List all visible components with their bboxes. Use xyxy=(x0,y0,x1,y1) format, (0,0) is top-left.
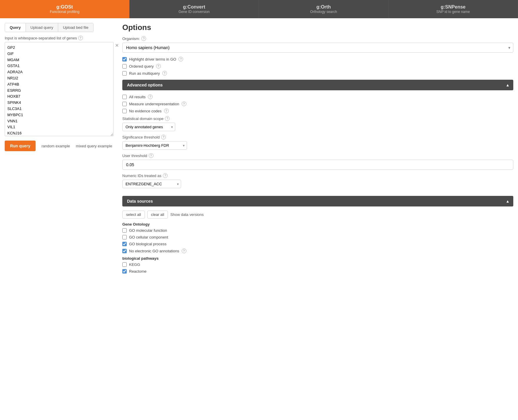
all-results-row: All results ? xyxy=(122,94,513,99)
organism-help-icon[interactable]: ? xyxy=(141,36,146,41)
run-query-button[interactable]: Run query xyxy=(5,141,36,151)
kegg-row: KEGG xyxy=(122,262,513,267)
highlight-driver-checkbox[interactable] xyxy=(122,57,127,61)
highlight-driver-row: Highlight driver terms in GO ? xyxy=(122,57,513,61)
options-title: Options xyxy=(122,23,513,32)
nav-app-desc: Functional profiling xyxy=(50,10,79,14)
no-evidence-checkbox[interactable] xyxy=(122,109,127,113)
all-results-checkbox[interactable] xyxy=(122,95,127,99)
biological-pathways-title: biological pathways xyxy=(122,256,513,261)
nav-item-gorth[interactable]: g:Orth Orthology search xyxy=(259,0,389,18)
organism-select[interactable]: Homo sapiens (Human)Mus musculus (Mouse)… xyxy=(122,43,513,53)
tab-upload_bed[interactable]: Upload bed file xyxy=(58,23,93,32)
user-threshold-input[interactable] xyxy=(122,160,513,170)
no-electronic-go-label: No electronic GO annotations xyxy=(129,249,179,253)
all-results-label: All results xyxy=(129,95,146,99)
input-label-text: Input is whitespace-separated list of ge… xyxy=(5,36,77,40)
top-navigation: g:GOSt Functional profilingg:Convert Gen… xyxy=(0,0,518,18)
ordered-help-icon[interactable]: ? xyxy=(156,64,161,69)
highlight-driver-label: Highlight driver terms in GO xyxy=(129,57,176,61)
go-cellular-component-row: GO cellular component xyxy=(122,235,513,239)
left-panel: QueryUpload queryUpload bed file Input i… xyxy=(5,23,116,276)
go-molecular-function-row: GO molecular function xyxy=(122,228,513,233)
highlight-help-icon[interactable]: ? xyxy=(178,57,183,61)
nav-app-desc: Orthology search xyxy=(310,10,337,14)
significance-help-icon[interactable]: ? xyxy=(161,135,166,139)
go-cellular-component-checkbox[interactable] xyxy=(122,235,127,239)
data-sources-actions: select all clear all Show data versions xyxy=(122,211,513,219)
data-sources-chevron: ▴ xyxy=(507,199,509,204)
no-evidence-help-icon[interactable]: ? xyxy=(164,109,169,113)
advanced-options-label: Advanced options xyxy=(127,83,163,87)
reactome-row: Reactome xyxy=(122,269,513,274)
kegg-label: KEGG xyxy=(129,262,140,267)
random-example-link[interactable]: random example xyxy=(41,144,70,148)
main-container: QueryUpload queryUpload bed file Input i… xyxy=(0,18,518,281)
nav-item-gconvert[interactable]: g:Convert Gene ID conversion xyxy=(130,0,259,18)
significance-threshold-wrapper: Benjamini-Hochberg FDRBonferronig:SCS th… xyxy=(122,141,187,150)
no-electronic-go-checkbox[interactable] xyxy=(122,249,127,253)
statistical-domain-select[interactable]: Only annotated genesAll known genes xyxy=(122,123,175,131)
organism-label: Organism: ? xyxy=(122,36,513,41)
go-molecular-function-checkbox[interactable] xyxy=(122,228,127,233)
show-data-versions-link[interactable]: Show data versions xyxy=(170,212,203,217)
user-threshold-label: User threshold ? xyxy=(122,153,513,158)
no-evidence-row: No evidence codes ? xyxy=(122,109,513,113)
ordered-query-checkbox[interactable] xyxy=(122,64,127,69)
close-icon[interactable]: ✕ xyxy=(115,43,119,48)
numeric-ids-label: Numeric IDs treated as ? xyxy=(122,173,513,178)
measure-underrep-row: Measure underrepresentation ? xyxy=(122,101,513,106)
statistical-domain-wrapper: Only annotated genesAll known genes ▾ xyxy=(122,123,175,131)
go-molecular-function-label: GO molecular function xyxy=(129,228,167,233)
tab-query[interactable]: Query xyxy=(5,23,26,32)
advanced-options-bar[interactable]: Advanced options ▴ xyxy=(122,80,513,90)
measure-underrep-checkbox[interactable] xyxy=(122,102,127,106)
data-sources-bar[interactable]: Data sources ▴ xyxy=(122,196,513,206)
nav-item-gsnpense[interactable]: g:SNPense SNP id to gene name xyxy=(389,0,518,18)
tab-upload_query[interactable]: Upload query xyxy=(26,23,58,32)
nav-app-name: g:Orth xyxy=(316,4,331,10)
statistical-domain-label: Statistical domain scope ? xyxy=(122,116,513,121)
nav-app-desc: Gene ID conversion xyxy=(178,10,210,14)
measure-underrep-label: Measure underrepresentation xyxy=(129,102,179,106)
mixed-query-link[interactable]: mixed query example xyxy=(76,144,112,148)
nav-app-desc: SNP id to gene name xyxy=(436,10,470,14)
significance-threshold-select[interactable]: Benjamini-Hochberg FDRBonferronig:SCS th… xyxy=(122,141,187,150)
nav-app-name: g:SNPense xyxy=(441,4,465,10)
go-biological-process-row: GO biological process xyxy=(122,242,513,246)
query-tab-bar: QueryUpload queryUpload bed file xyxy=(5,23,93,32)
no-evidence-label: No evidence codes xyxy=(129,109,162,113)
numeric-ids-select[interactable]: ENTREZGENE_ACCENSEMBL_IDREFSEQ_ACC xyxy=(122,180,181,188)
data-sources-label: Data sources xyxy=(127,199,153,204)
no-electronic-help-icon[interactable]: ? xyxy=(182,249,186,253)
advanced-options-section: All results ? Measure underrepresentatio… xyxy=(122,94,513,192)
numeric-ids-wrapper: ENTREZGENE_ACCENSEMBL_IDREFSEQ_ACC ▾ xyxy=(122,180,181,188)
nav-item-gost[interactable]: g:GOSt Functional profiling xyxy=(0,0,130,18)
user-threshold-help-icon[interactable]: ? xyxy=(149,153,153,158)
input-help-icon[interactable]: ? xyxy=(78,36,83,40)
gene-input-wrapper: ✕ xyxy=(5,42,113,137)
underrep-help-icon[interactable]: ? xyxy=(182,101,186,106)
go-cellular-component-label: GO cellular component xyxy=(129,235,168,239)
multiquery-row: Run as multiquery ? xyxy=(122,71,513,76)
reactome-label: Reactome xyxy=(129,269,146,274)
action-bar: Run query random example mixed query exa… xyxy=(5,141,116,151)
significance-threshold-label: Significance threshold ? xyxy=(122,135,513,139)
statistical-domain-help-icon[interactable]: ? xyxy=(165,116,170,121)
select-all-button[interactable]: select all xyxy=(122,211,145,219)
gene-input[interactable] xyxy=(5,42,113,136)
reactome-checkbox[interactable] xyxy=(122,269,127,274)
no-electronic-go-row: No electronic GO annotations ? xyxy=(122,249,513,253)
numeric-ids-help-icon[interactable]: ? xyxy=(163,173,168,178)
clear-all-button[interactable]: clear all xyxy=(147,211,168,219)
advanced-options-chevron: ▴ xyxy=(507,83,509,87)
input-label: Input is whitespace-separated list of ge… xyxy=(5,36,116,40)
nav-app-name: g:Convert xyxy=(183,4,205,10)
all-results-help-icon[interactable]: ? xyxy=(148,94,153,99)
go-biological-process-checkbox[interactable] xyxy=(122,242,127,246)
right-panel: Options Organism: ? Homo sapiens (Human)… xyxy=(122,23,513,276)
go-biological-process-label: GO biological process xyxy=(129,242,166,246)
multiquery-help-icon[interactable]: ? xyxy=(162,71,167,76)
multiquery-checkbox[interactable] xyxy=(122,71,127,76)
kegg-checkbox[interactable] xyxy=(122,262,127,267)
